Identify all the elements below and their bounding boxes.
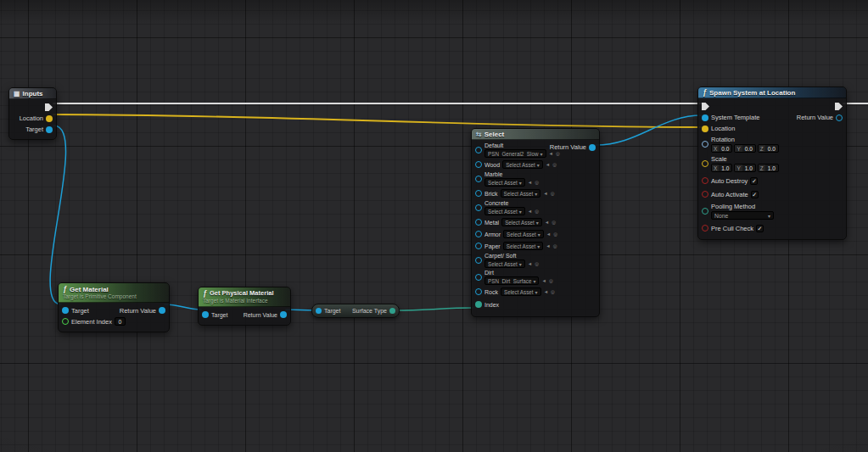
asset-dropdown[interactable]: Select Asset▾ [503, 242, 544, 250]
use-asset-icon[interactable]: ◄ [546, 160, 550, 169]
return-value-pin[interactable] [836, 114, 843, 121]
select-armor-pin[interactable] [475, 231, 482, 237]
rotation-y-field[interactable]: Y0.0 [734, 144, 755, 153]
wire-surface-type-to-select-index[interactable] [396, 308, 473, 310]
browse-asset-icon[interactable]: ◎ [535, 259, 539, 268]
surface-type-pin[interactable] [389, 308, 395, 314]
caret-down-icon: ▾ [519, 261, 522, 267]
use-asset-icon[interactable]: ◄ [545, 218, 549, 226]
return-value-pin[interactable] [159, 307, 165, 314]
use-asset-icon[interactable]: ◄ [528, 207, 532, 215]
node-get-material[interactable]: ƒ Get Material Target is Primitive Compo… [58, 282, 170, 332]
use-asset-icon[interactable]: ◄ [528, 259, 532, 268]
node-spawn-system-header[interactable]: ƒ Spawn System at Location [698, 87, 846, 98]
target-pin[interactable] [62, 307, 69, 314]
use-asset-icon[interactable]: ◄ [546, 242, 550, 250]
target-pin[interactable] [316, 308, 322, 314]
select-index-pin[interactable] [475, 301, 482, 308]
use-asset-icon[interactable]: ◄ [541, 276, 546, 285]
element-index-pin[interactable] [62, 318, 69, 325]
scale-z-field[interactable]: Z1.0 [758, 164, 779, 172]
pre-cull-check-checkbox[interactable] [756, 225, 764, 232]
rotation-z-field[interactable]: Z0.0 [758, 144, 779, 153]
browse-asset-icon[interactable]: ◎ [553, 230, 557, 238]
node-get-physical-material[interactable]: ƒ Get Physical Material Target is Materi… [198, 287, 291, 326]
node-get-surface-type[interactable]: Target Surface Type [311, 304, 400, 318]
use-asset-icon[interactable]: ◄ [546, 230, 551, 238]
select-metal-pin[interactable] [475, 219, 482, 226]
return-value-pin[interactable] [280, 311, 287, 318]
target-pin-label: Target [211, 312, 227, 318]
auto-destroy-checkbox[interactable] [750, 177, 758, 185]
asset-dropdown[interactable]: Select Asset▾ [501, 287, 541, 296]
wire-material-to-physical-material[interactable] [165, 304, 201, 310]
location-pin-label: Location [20, 114, 43, 122]
function-icon: ƒ [703, 88, 707, 97]
caret-down-icon: ▾ [537, 243, 540, 249]
auto-activate-checkbox[interactable] [751, 191, 759, 198]
wire-location[interactable] [53, 114, 703, 127]
use-asset-icon[interactable]: ◄ [544, 287, 548, 296]
browse-asset-icon[interactable]: ◎ [551, 287, 555, 296]
browse-asset-icon[interactable]: ◎ [535, 178, 539, 187]
location-pin-label: Location [711, 125, 735, 132]
node-get-physical-material-header[interactable]: ƒ Get Physical Material Target is Materi… [199, 287, 290, 307]
asset-dropdown[interactable]: Select Asset▾ [501, 189, 541, 198]
select-paper-pin[interactable] [475, 243, 482, 249]
asset-dropdown[interactable]: Select Asset▾ [503, 230, 544, 238]
exec-in-pin[interactable] [702, 103, 709, 110]
asset-dropdown[interactable]: Select Asset▾ [502, 160, 543, 169]
system-template-pin[interactable] [702, 114, 708, 121]
pre-cull-check-pin[interactable] [702, 225, 708, 232]
node-inputs[interactable]: ▦ Inputs Location Target [8, 87, 57, 140]
node-spawn-system-at-location[interactable]: ƒ Spawn System at Location System Templa… [697, 86, 847, 240]
pooling-method-dropdown[interactable]: None▾ [711, 211, 774, 220]
select-dirt-pin[interactable] [475, 274, 482, 281]
select-marble-pin[interactable] [475, 176, 482, 182]
browse-asset-icon[interactable]: ◎ [551, 189, 555, 198]
pooling-method-pin[interactable] [702, 208, 708, 215]
location-pin[interactable] [702, 126, 708, 132]
select-row-label: Rock [484, 289, 498, 295]
auto-destroy-pin[interactable] [702, 177, 708, 184]
select-carpet-soft-pin[interactable] [475, 257, 482, 264]
use-asset-icon[interactable]: ◄ [528, 178, 532, 187]
asset-dropdown[interactable]: Select Asset▾ [484, 207, 525, 215]
browse-asset-icon[interactable]: ◎ [553, 242, 557, 250]
wire-select-return-to-system-template[interactable] [596, 115, 702, 145]
element-index-field[interactable]: 0 [115, 317, 126, 326]
rotation-pin[interactable] [702, 141, 708, 148]
asset-dropdown[interactable]: PSN_General2_Slow▾ [484, 149, 546, 158]
browse-asset-icon[interactable]: ◎ [552, 218, 556, 226]
return-value-pin[interactable] [589, 144, 596, 151]
select-concrete-pin[interactable] [475, 204, 482, 211]
select-default-pin[interactable] [475, 147, 482, 153]
select-brick-pin[interactable] [475, 190, 482, 197]
node-select-header[interactable]: ⇆ Select [472, 129, 599, 140]
asset-dropdown[interactable]: Select Asset▾ [484, 178, 525, 187]
browse-asset-icon[interactable]: ◎ [549, 276, 553, 285]
exec-out-pin[interactable] [45, 103, 53, 111]
target-pin[interactable] [46, 126, 53, 133]
select-wood-pin[interactable] [475, 161, 482, 168]
asset-dropdown[interactable]: Select Asset▾ [501, 218, 542, 226]
asset-dropdown[interactable]: Select Asset▾ [484, 259, 525, 268]
browse-asset-icon[interactable]: ◎ [552, 160, 557, 169]
use-asset-icon[interactable]: ◄ [543, 189, 547, 198]
rotation-x-field[interactable]: X0.0 [711, 144, 732, 153]
target-pin[interactable] [202, 311, 209, 318]
auto-activate-pin[interactable] [702, 191, 708, 198]
select-rock-pin[interactable] [475, 288, 482, 295]
browse-asset-icon[interactable]: ◎ [535, 207, 539, 215]
wire-target-to-get-material[interactable] [50, 126, 65, 304]
node-get-material-header[interactable]: ƒ Get Material Target is Primitive Compo… [59, 283, 169, 303]
asset-dropdown[interactable]: PSN_Dirt_Surface▾ [484, 276, 539, 285]
exec-out-pin[interactable] [835, 103, 843, 110]
scale-pin[interactable] [702, 160, 708, 167]
scale-y-field[interactable]: Y1.0 [734, 164, 755, 172]
scale-x-field[interactable]: X1.0 [711, 164, 732, 172]
node-select[interactable]: ⇆ Select Return Value Default PSN_Genera… [471, 128, 600, 317]
blueprint-graph-canvas[interactable]: ▦ Inputs Location Target ƒ Get Material … [0, 0, 868, 452]
location-pin[interactable] [46, 115, 53, 122]
node-inputs-header[interactable]: ▦ Inputs [9, 88, 56, 99]
